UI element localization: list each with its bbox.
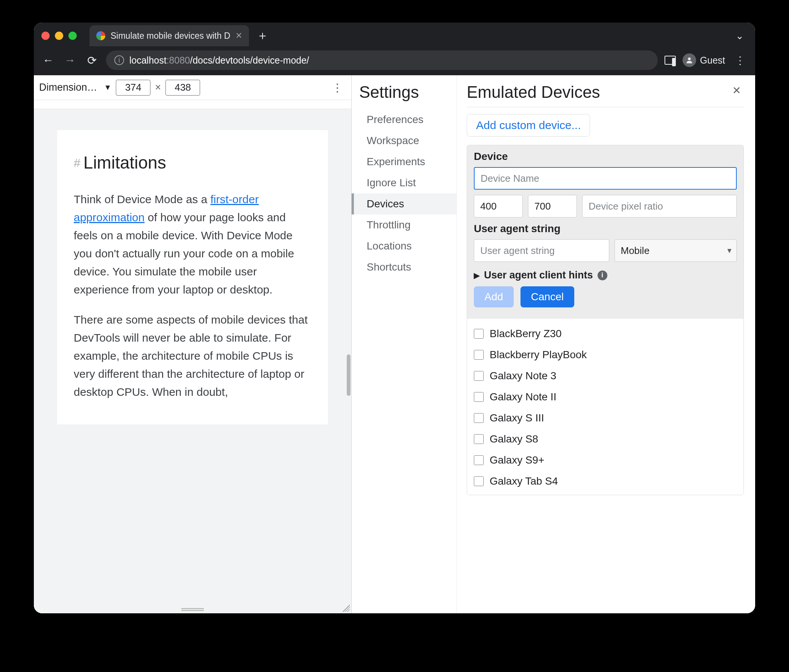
resize-handle-bottom[interactable] — [181, 608, 204, 611]
page-content: #Limitations Think of Device Mode as a f… — [57, 130, 328, 424]
url-text: localhost:8080/docs/devtools/device-mode… — [129, 55, 309, 66]
device-name-label: Blackberry PlayBook — [490, 349, 587, 361]
browser-window: Simulate mobile devices with D ✕ ＋ ⌄ ← →… — [34, 22, 755, 613]
width-input[interactable] — [116, 80, 150, 96]
window-zoom-icon[interactable] — [69, 32, 77, 40]
address-bar[interactable]: i localhost:8080/docs/devtools/device-mo… — [106, 50, 658, 70]
device-checkbox[interactable] — [474, 350, 484, 360]
page-heading: #Limitations — [74, 149, 311, 177]
window-close-icon[interactable] — [42, 32, 50, 40]
chrome-favicon-icon — [96, 31, 105, 40]
device-list-item[interactable]: Galaxy S8 — [474, 429, 737, 450]
settings-title: Settings — [359, 83, 457, 102]
resize-handle-corner-icon[interactable] — [341, 603, 350, 612]
browser-chrome: Simulate mobile devices with D ✕ ＋ ⌄ ← →… — [34, 22, 755, 75]
tab-close-icon[interactable]: ✕ — [235, 31, 242, 41]
info-icon[interactable]: i — [597, 270, 607, 280]
device-toolbar-menu-icon[interactable]: ⋮ — [329, 81, 346, 94]
device-list-item[interactable]: Galaxy S III — [474, 408, 737, 429]
window-minimize-icon[interactable] — [55, 32, 63, 40]
device-name-label: BlackBerry Z30 — [490, 328, 561, 340]
ua-type-select[interactable]: Mobile — [615, 239, 737, 262]
device-name-label: Galaxy Note 3 — [490, 370, 556, 382]
profile-label: Guest — [700, 55, 725, 66]
device-checkbox[interactable] — [474, 476, 484, 486]
new-tab-button[interactable]: ＋ — [255, 27, 270, 44]
emulated-viewport: #Limitations Think of Device Mode as a f… — [34, 109, 351, 613]
site-info-icon[interactable]: i — [114, 55, 124, 65]
settings-sidebar: Settings Preferences Workspace Experimen… — [351, 75, 457, 613]
device-checkbox[interactable] — [474, 371, 484, 381]
back-button[interactable]: ← — [41, 53, 56, 68]
nav-workspace[interactable]: Workspace — [351, 130, 457, 151]
hash-icon: # — [74, 156, 80, 170]
tab-search-icon[interactable]: ⌄ — [732, 30, 747, 42]
ua-client-hints-label: User agent client hints — [484, 269, 593, 281]
triangle-right-icon: ▶ — [474, 271, 479, 280]
cancel-button[interactable]: Cancel — [521, 286, 574, 307]
tab-title: Simulate mobile devices with D — [110, 31, 230, 41]
panel-title: Emulated Devices — [467, 83, 729, 102]
scrollbar-thumb[interactable] — [347, 354, 350, 396]
browser-menu-icon[interactable]: ⋮ — [732, 54, 748, 67]
nav-shortcuts[interactable]: Shortcuts — [351, 257, 457, 278]
forward-button[interactable]: → — [62, 53, 77, 68]
device-checkbox[interactable] — [474, 455, 484, 465]
nav-ignore-list[interactable]: Ignore List — [351, 172, 457, 194]
device-list-item[interactable]: Galaxy Tab S4 — [474, 471, 737, 492]
device-list: BlackBerry Z30 Blackberry PlayBook Galax… — [467, 319, 743, 495]
device-name-label: Galaxy Note II — [490, 391, 556, 403]
device-list-item[interactable]: Blackberry PlayBook — [474, 344, 737, 365]
device-name-input[interactable] — [474, 167, 737, 190]
device-list-item[interactable]: Galaxy S9+ — [474, 450, 737, 471]
url-host: localhost — [129, 55, 167, 66]
tab-strip: Simulate mobile devices with D ✕ ＋ ⌄ — [34, 22, 755, 49]
page-paragraph-2: There are some aspects of mobile devices… — [74, 311, 311, 401]
device-checkbox[interactable] — [474, 329, 484, 339]
scrollbar[interactable] — [346, 143, 351, 607]
ua-client-hints-toggle[interactable]: ▶ User agent client hints i — [474, 267, 737, 286]
device-checkbox[interactable] — [474, 413, 484, 423]
add-custom-device-button[interactable]: Add custom device... — [467, 114, 590, 137]
close-settings-icon[interactable]: ✕ — [729, 83, 744, 98]
reload-button[interactable]: ⟳ — [84, 53, 99, 68]
device-name-label: Galaxy S8 — [490, 433, 538, 445]
nav-preferences[interactable]: Preferences — [351, 109, 457, 130]
device-toggle-icon[interactable] — [664, 56, 676, 65]
settings-body: Emulated Devices ✕ Add custom device... … — [457, 75, 755, 613]
browser-tab[interactable]: Simulate mobile devices with D ✕ — [89, 25, 249, 46]
device-dpr-input[interactable] — [582, 195, 737, 218]
device-form: Device User agent string — [467, 145, 744, 495]
ua-string-input[interactable] — [474, 239, 609, 262]
device-toolbar: Dimension… ▼ × ⋮ — [34, 75, 351, 100]
device-form-header: Device User agent string — [467, 145, 743, 319]
nav-experiments[interactable]: Experiments — [351, 151, 457, 172]
device-section-label: Device — [474, 150, 737, 163]
device-height-input[interactable] — [528, 195, 577, 218]
nav-locations[interactable]: Locations — [351, 235, 457, 257]
ruler — [34, 100, 351, 109]
window-controls — [42, 32, 77, 40]
device-list-item[interactable]: Galaxy Note 3 — [474, 365, 737, 386]
svg-point-0 — [688, 58, 691, 60]
device-name-label: Galaxy Tab S4 — [490, 475, 558, 487]
ua-section-label: User agent string — [474, 223, 737, 235]
url-port: :8080 — [167, 55, 190, 66]
nav-devices[interactable]: Devices — [351, 194, 457, 214]
add-button[interactable]: Add — [474, 286, 514, 307]
device-list-item[interactable]: BlackBerry Z30 — [474, 323, 737, 344]
content-area: Dimension… ▼ × ⋮ #Limitations Think of D… — [34, 75, 755, 613]
device-checkbox[interactable] — [474, 392, 484, 402]
device-mode-pane: Dimension… ▼ × ⋮ #Limitations Think of D… — [34, 75, 351, 613]
device-name-label: Galaxy S9+ — [490, 454, 545, 466]
device-checkbox[interactable] — [474, 434, 484, 444]
chevron-down-icon[interactable]: ▼ — [104, 83, 112, 92]
dimensions-dropdown[interactable]: Dimension… — [39, 82, 97, 93]
device-list-item[interactable]: Galaxy Note II — [474, 386, 737, 408]
dimension-separator: × — [155, 82, 161, 93]
page-heading-text: Limitations — [83, 153, 166, 172]
height-input[interactable] — [166, 80, 200, 96]
profile-avatar-icon[interactable] — [683, 53, 696, 67]
nav-throttling[interactable]: Throttling — [351, 214, 457, 235]
device-width-input[interactable] — [474, 195, 523, 218]
